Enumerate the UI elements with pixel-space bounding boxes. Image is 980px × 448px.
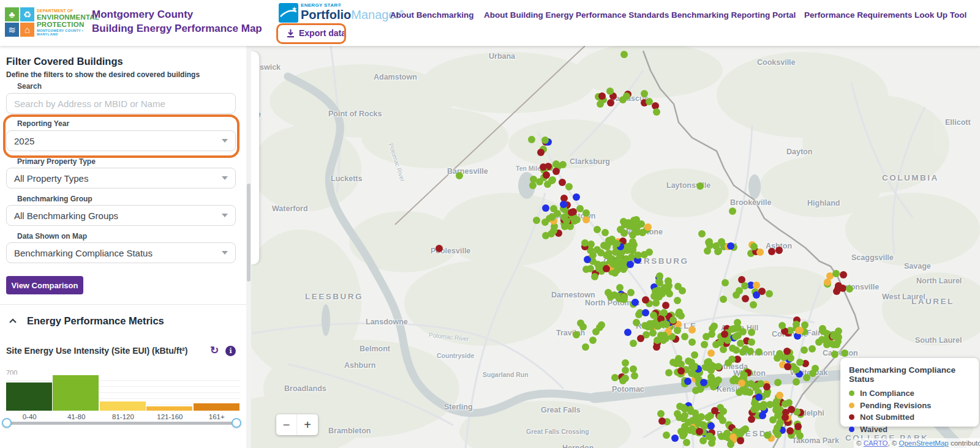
building-dot[interactable] (537, 149, 545, 156)
building-dot[interactable] (435, 245, 443, 252)
building-dot[interactable] (688, 338, 696, 346)
building-dot[interactable] (674, 327, 681, 334)
metrics-section-header[interactable]: Energy Performance Metrics (9, 315, 164, 327)
building-dot[interactable] (641, 90, 648, 97)
data-shown-select[interactable]: Benchmarking Compliance Status (6, 242, 236, 263)
building-dot[interactable] (573, 216, 581, 223)
building-dot[interactable] (528, 136, 535, 143)
building-dot[interactable] (709, 435, 716, 442)
building-dot[interactable] (550, 205, 557, 212)
building-dot[interactable] (624, 329, 631, 336)
building-dot[interactable] (630, 365, 637, 373)
building-dot[interactable] (622, 375, 629, 382)
building-dot[interactable] (671, 435, 679, 442)
building-dot[interactable] (665, 369, 673, 376)
building-dot[interactable] (550, 227, 557, 234)
osm-link[interactable]: OpenStreetMap (899, 439, 949, 447)
building-dot[interactable] (783, 348, 791, 355)
building-dot[interactable] (565, 183, 573, 190)
building-dot[interactable] (631, 372, 638, 379)
building-dot[interactable] (774, 431, 782, 438)
building-dot[interactable] (614, 256, 622, 263)
building-dot[interactable] (764, 431, 771, 439)
building-dot[interactable] (710, 323, 718, 330)
building-dot[interactable] (660, 337, 667, 344)
building-dot[interactable] (696, 182, 704, 190)
building-dot[interactable] (605, 250, 612, 257)
building-dot[interactable] (637, 335, 644, 342)
histogram-bar[interactable] (100, 401, 146, 411)
building-dot[interactable] (620, 51, 628, 58)
building-dot[interactable] (778, 322, 786, 329)
building-dot[interactable] (774, 379, 782, 386)
building-dot[interactable] (663, 431, 670, 439)
building-dot[interactable] (598, 92, 606, 100)
building-dot[interactable] (750, 243, 758, 250)
building-dot[interactable] (725, 359, 732, 367)
building-dot[interactable] (577, 319, 584, 327)
building-dot[interactable] (832, 270, 840, 277)
building-dot[interactable] (681, 333, 688, 340)
building-dot[interactable] (737, 429, 745, 436)
building-dot[interactable] (831, 351, 839, 358)
building-dot[interactable] (605, 289, 612, 296)
building-dot[interactable] (594, 226, 601, 233)
building-dot[interactable] (627, 261, 634, 268)
zoom-in-button[interactable]: + (297, 414, 318, 435)
building-dot[interactable] (644, 223, 652, 231)
building-dot[interactable] (674, 297, 681, 304)
eui-range-slider-track[interactable] (7, 422, 241, 425)
building-dot[interactable] (700, 379, 707, 386)
building-dot[interactable] (642, 309, 649, 316)
building-dot[interactable] (607, 256, 614, 264)
building-dot[interactable] (533, 217, 540, 224)
building-dot[interactable] (753, 282, 760, 289)
building-dot[interactable] (630, 340, 637, 347)
building-dot[interactable] (787, 354, 794, 362)
view-comparison-button[interactable]: View Comparison (6, 276, 83, 294)
building-dot[interactable] (573, 331, 580, 338)
building-dot[interactable] (732, 333, 739, 340)
eui-range-slider-handle-min[interactable] (2, 418, 12, 428)
building-dot[interactable] (573, 193, 580, 201)
building-dot[interactable] (541, 218, 549, 226)
building-dot[interactable] (775, 247, 783, 254)
building-dot[interactable] (658, 417, 666, 425)
building-dot[interactable] (722, 279, 729, 286)
building-dot[interactable] (707, 349, 715, 357)
building-dot[interactable] (753, 405, 760, 412)
building-dot[interactable] (786, 427, 794, 435)
building-dot[interactable] (801, 346, 808, 354)
building-dot[interactable] (582, 216, 590, 223)
building-dot[interactable] (840, 271, 847, 278)
building-dot[interactable] (822, 336, 829, 343)
building-dot[interactable] (677, 367, 685, 375)
building-dot[interactable] (758, 288, 766, 295)
histogram-bar[interactable] (194, 403, 239, 411)
building-dot[interactable] (652, 299, 660, 307)
building-dot[interactable] (650, 312, 657, 319)
building-dot[interactable] (682, 425, 689, 433)
building-dot[interactable] (755, 348, 763, 356)
building-dot[interactable] (631, 299, 639, 306)
building-dot[interactable] (768, 248, 775, 255)
dep-logo[interactable]: ♣ ♻ ≋ ⌂ DEPARTMENT OF ENVIRONMENTAL PROT… (5, 7, 91, 38)
building-dot[interactable] (815, 338, 823, 346)
building-dot[interactable] (655, 278, 663, 285)
eui-range-slider-handle-max[interactable] (232, 418, 241, 428)
building-dot[interactable] (653, 108, 660, 116)
building-dot[interactable] (841, 349, 848, 357)
building-dot[interactable] (560, 214, 568, 221)
building-dot[interactable] (591, 273, 598, 280)
building-dot[interactable] (683, 439, 690, 446)
reporting-year-select[interactable]: 2025 (6, 130, 236, 151)
building-dot[interactable] (601, 229, 609, 236)
building-dot[interactable] (712, 341, 720, 348)
building-dot[interactable] (737, 437, 744, 444)
building-dot[interactable] (559, 179, 566, 186)
building-dot[interactable] (456, 172, 463, 179)
building-dot[interactable] (803, 374, 810, 381)
building-dot[interactable] (715, 363, 722, 370)
info-icon[interactable]: i (225, 346, 236, 356)
building-dot[interactable] (748, 338, 755, 346)
